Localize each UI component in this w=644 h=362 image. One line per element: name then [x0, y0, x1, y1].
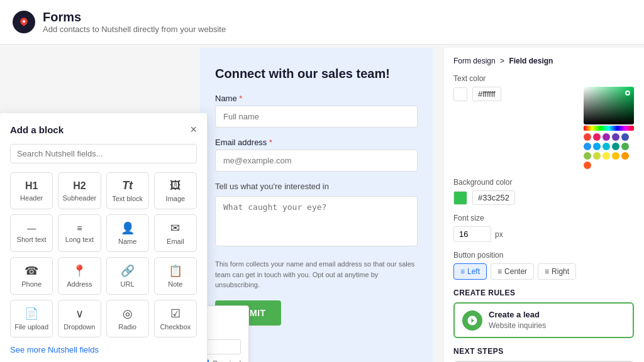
breadcrumb-item-2[interactable]: Field design [509, 57, 553, 65]
text-color-value: #ffffff [472, 87, 501, 101]
block-search-input[interactable] [10, 144, 197, 163]
required-label: Required [213, 359, 241, 362]
block-label: Text block [112, 195, 143, 202]
color-swatch-orange[interactable] [621, 152, 629, 160]
align-center-icon: ≡ [497, 267, 502, 276]
block-label: Header [20, 194, 43, 202]
btn-position-label: Button position [453, 251, 634, 260]
color-swatch-deeppink[interactable] [584, 162, 591, 169]
color-swatches [584, 133, 634, 169]
block-email[interactable]: ✉Email [154, 214, 197, 252]
breadcrumb-item-1[interactable]: Form design [453, 57, 496, 65]
bg-color-swatch[interactable] [453, 191, 467, 205]
bg-color-row: #33c252 [453, 190, 634, 205]
color-spectrum-bar[interactable] [584, 126, 634, 131]
block-label: Radio [118, 323, 136, 331]
next-steps-title: NEXT STEPS [453, 347, 634, 356]
color-swatch-teal[interactable] [612, 143, 619, 150]
btn-position-row: ≡ Left ≡ Center ≡ Right [453, 263, 634, 280]
text-color-section: Text color #ffffff [453, 74, 634, 169]
form-title: Connect with our sales team! [215, 67, 418, 81]
block-name[interactable]: 👤Name [106, 214, 149, 252]
block-label: URL [121, 280, 135, 288]
short-text-icon: — [27, 223, 36, 233]
panel-title: Add a block [10, 124, 64, 135]
radio-icon: ◎ [123, 307, 133, 321]
block-file[interactable]: 📄File upload [10, 300, 53, 337]
position-left-label: Left [467, 267, 480, 276]
breadcrumb: Form design > Field design [453, 57, 634, 65]
breadcrumb-separator: > [500, 57, 506, 65]
block-phone[interactable]: ☎Phone [10, 257, 53, 295]
block-radio[interactable]: ◎Radio [106, 300, 149, 337]
block-image[interactable]: 🖼Image [154, 172, 197, 209]
position-center-button[interactable]: ≡ Center [491, 263, 534, 280]
create-lead-subtitle: Website inquiries [489, 321, 546, 330]
phone-icon: ☎ [25, 264, 38, 278]
create-rules-title: CREATE RULES [453, 288, 634, 297]
email-label: Email address * [215, 138, 418, 147]
color-swatch-blue[interactable] [584, 143, 591, 150]
color-swatch-pink[interactable] [593, 133, 601, 141]
block-dropdown[interactable]: ∨Dropdown [58, 300, 101, 337]
bg-color-label: Background color [453, 178, 634, 187]
block-url[interactable]: 🔗URL [106, 257, 149, 295]
text-color-label: Text color [453, 74, 634, 83]
color-swatch-amber[interactable] [612, 152, 619, 160]
color-swatch-lblue[interactable] [593, 143, 601, 150]
block-text[interactable]: TtText block [106, 172, 149, 209]
note-icon: 📋 [169, 264, 182, 278]
color-swatch-indigo[interactable] [621, 133, 629, 141]
block-short[interactable]: —Short text [10, 214, 53, 252]
color-swatch-red[interactable] [584, 133, 591, 141]
color-swatch-lgreen[interactable] [584, 152, 591, 160]
color-swatch-yellow[interactable] [602, 152, 610, 160]
text-color-row: #ffffff [453, 87, 501, 101]
dropdown-icon: ∨ [75, 307, 84, 321]
color-swatch-purple[interactable] [602, 133, 610, 141]
block-address[interactable]: 📍Address [58, 257, 101, 295]
block-note[interactable]: 📋Note [154, 257, 197, 295]
bg-color-value: #33c252 [472, 190, 515, 205]
color-swatch-lime[interactable] [593, 152, 601, 160]
block-long[interactable]: ≡Long text [58, 214, 101, 252]
block-label: Short text [17, 236, 47, 243]
block-label: Email [167, 238, 184, 245]
header-text: Forms Add contacts to Nutshell directly … [43, 10, 226, 34]
block-checkbox[interactable]: ☑Checkbox [154, 300, 197, 337]
px-label: px [495, 230, 503, 239]
create-lead-text: Create a lead Website inquiries [489, 310, 546, 331]
font-size-input[interactable] [453, 226, 491, 242]
block-h2[interactable]: H2Subheader [58, 172, 101, 209]
block-h1[interactable]: H1Header [10, 172, 53, 209]
block-label: Address [67, 280, 92, 288]
see-more-link[interactable]: See more Nutshell fields [10, 345, 197, 354]
create-lead-rule[interactable]: Create a lead Website inquiries [453, 302, 634, 338]
color-swatch-green[interactable] [621, 143, 629, 150]
color-swatch-cyan[interactable] [602, 143, 610, 150]
close-button[interactable]: × [190, 123, 197, 136]
app-header: Forms Add contacts to Nutshell directly … [0, 0, 644, 45]
form-field-interest: Tell us what you're interested in [215, 182, 418, 249]
panel-header: Add a block × [10, 123, 197, 136]
name-label: Name * [215, 94, 418, 103]
checkbox-icon: ☑ [170, 307, 180, 321]
position-right-button[interactable]: ≡ Right [538, 263, 576, 280]
interest-textarea[interactable] [215, 196, 418, 246]
form-field-email: Email address * [215, 138, 418, 172]
position-right-label: Right [552, 267, 569, 276]
align-right-icon: ≡ [545, 267, 549, 276]
name-input[interactable] [215, 106, 418, 128]
svg-point-0 [23, 20, 25, 23]
long-text-icon: ≡ [77, 223, 82, 233]
create-lead-icon [462, 310, 482, 331]
color-picker-gradient[interactable] [584, 87, 634, 124]
form-field-name: Name * [215, 94, 418, 128]
color-picker-dot [625, 90, 630, 96]
email-input[interactable] [215, 150, 418, 172]
address-icon: 📍 [72, 264, 86, 278]
h2-icon: H2 [73, 180, 86, 192]
text-color-swatch[interactable] [453, 87, 467, 101]
color-swatch-dpurple[interactable] [612, 133, 619, 141]
position-left-button[interactable]: ≡ Left [453, 263, 487, 280]
